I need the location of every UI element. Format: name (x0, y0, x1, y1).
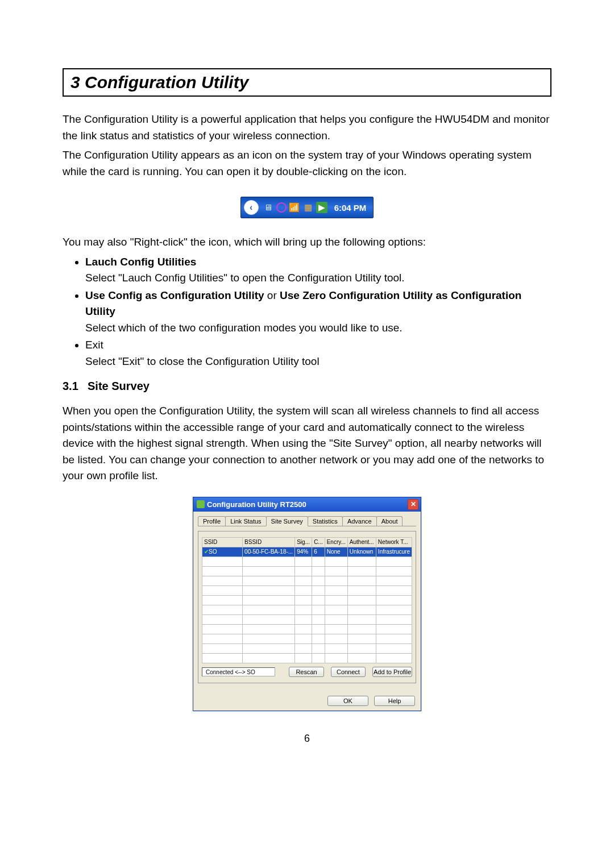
table-row[interactable] (202, 624, 412, 634)
table-row[interactable] (202, 566, 412, 576)
tab-advance[interactable]: Advance (342, 516, 377, 526)
network-icon[interactable]: 🖥 (263, 202, 274, 213)
option-desc: Select "Exit" to close the Configuration… (85, 355, 320, 367)
connect-button[interactable]: Connect (331, 667, 366, 677)
tab-about[interactable]: About (376, 516, 403, 526)
chapter-heading: 3 Configuration Utility (63, 68, 551, 97)
wifi-icon[interactable]: 📶 (289, 202, 300, 213)
tab-link-status[interactable]: Link Status (225, 516, 266, 526)
intro-paragraph-1: The Configuration Utility is a powerful … (63, 111, 551, 144)
dialog-title-text: Configuration Utility RT2500 (207, 500, 306, 509)
tab-site-survey[interactable]: Site Survey (266, 516, 308, 526)
table-header-row: SSID BSSID Sig... C... Encry... Authent.… (202, 537, 412, 547)
add-to-profile-button[interactable]: Add to Profile (372, 667, 412, 677)
table-row[interactable] (202, 634, 412, 643)
connection-status: Connected <--> SO (202, 667, 275, 676)
security-icon[interactable]: ▶ (316, 202, 327, 213)
subsection-heading: 3.1Site Survey (63, 380, 551, 393)
connected-check-icon: ✔ (204, 549, 209, 555)
dialog-app-icon (197, 500, 205, 508)
option-desc: Select which of the two configuration mo… (85, 322, 403, 334)
antivirus-icon[interactable] (276, 202, 287, 213)
link-icon[interactable]: ▦ (302, 202, 314, 213)
option-desc: Select "Lauch Config Utilities" to open … (85, 272, 405, 284)
table-row[interactable] (202, 556, 412, 566)
tray-clock: 6:04 PM (329, 203, 374, 213)
option-config-mode: Use Config as Configuration Utility or U… (85, 288, 551, 337)
networks-table[interactable]: SSID BSSID Sig... C... Encry... Authent.… (202, 537, 412, 663)
tray-chevron-icon[interactable]: ‹ (244, 200, 259, 215)
table-row[interactable] (202, 595, 412, 605)
help-button[interactable]: Help (374, 696, 415, 706)
close-icon[interactable]: ✕ (408, 499, 418, 510)
option-launch-config: Lauch Config Utilities Select "Lauch Con… (85, 254, 551, 286)
option-title: Exit (85, 339, 103, 351)
tab-statistics[interactable]: Statistics (308, 516, 343, 526)
context-menu-options: Lauch Config Utilities Select "Lauch Con… (63, 254, 551, 370)
config-utility-dialog: Configuration Utility RT2500 ✕ Profile L… (193, 497, 421, 711)
page-number: 6 (63, 733, 551, 745)
rightclick-intro: You may also "Right-click" the icon, whi… (63, 234, 551, 251)
dialog-tabs: Profile Link Status Site Survey Statisti… (198, 516, 416, 526)
dialog-titlebar: Configuration Utility RT2500 ✕ (193, 497, 421, 512)
table-row[interactable] (202, 605, 412, 614)
option-title: Use Config as Configuration Utility or U… (85, 289, 521, 318)
ok-button[interactable]: OK (327, 696, 368, 706)
subsection-paragraph: When you open the Configuration Utility,… (63, 403, 551, 484)
intro-paragraph-2: The Configuration Utility appears as an … (63, 147, 551, 180)
table-row[interactable] (202, 653, 412, 663)
option-exit: Exit Select "Exit" to close the Configur… (85, 337, 551, 369)
table-row[interactable] (202, 614, 412, 624)
table-row[interactable] (202, 585, 412, 595)
system-tray: ‹ 🖥 📶 ▦ ▶ 6:04 PM (240, 197, 374, 218)
option-title: Lauch Config Utilities (85, 256, 196, 268)
table-row[interactable] (202, 576, 412, 585)
rescan-button[interactable]: Rescan (289, 667, 323, 677)
tab-profile[interactable]: Profile (198, 516, 226, 526)
table-row[interactable]: ✔SO 00-50-FC-BA-18-... 94% 6 None Unknow… (202, 547, 412, 556)
table-row[interactable] (202, 643, 412, 653)
